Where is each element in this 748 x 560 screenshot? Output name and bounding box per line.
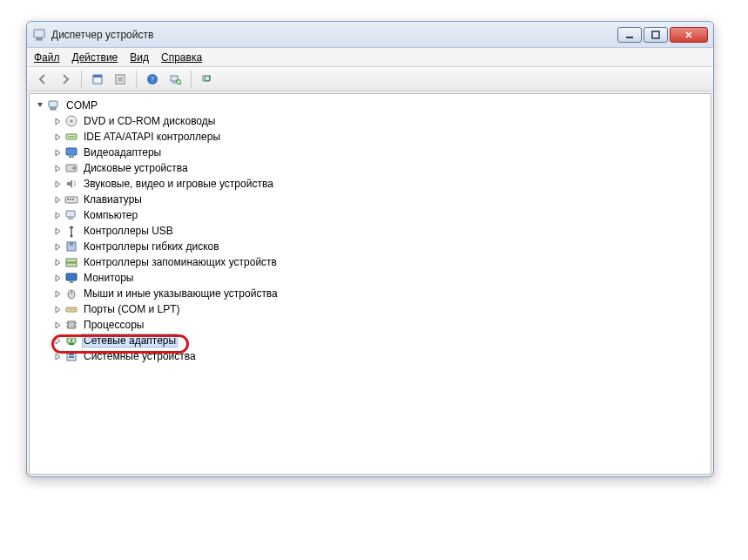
expand-icon[interactable] <box>52 241 63 252</box>
expand-icon[interactable] <box>52 194 63 205</box>
device-manager-window: Диспетчер устройств Файл Действие Вид Сп… <box>26 21 714 477</box>
tree-item-label: Контроллеры USB <box>82 225 175 237</box>
menu-help[interactable]: Справка <box>161 51 202 64</box>
svg-rect-5 <box>93 75 102 78</box>
toolbar: ? <box>27 67 713 91</box>
keyboard-icon <box>64 192 78 206</box>
system-icon <box>64 349 78 363</box>
svg-rect-30 <box>72 199 74 200</box>
update-driver-button[interactable] <box>197 70 218 89</box>
toolbar-separator <box>136 71 137 88</box>
tree-item[interactable]: Порты (COM и LPT) <box>51 301 709 317</box>
tree-item-label: Мониторы <box>82 272 135 284</box>
disc-icon <box>64 114 78 128</box>
tree-item[interactable]: Процессоры <box>51 317 709 333</box>
svg-point-45 <box>73 309 75 311</box>
usb-icon <box>64 224 78 238</box>
tree-item[interactable]: Мониторы <box>51 270 709 286</box>
svg-rect-29 <box>70 199 71 200</box>
tree-item-label: Порты (COM и LPT) <box>82 303 182 315</box>
expand-icon[interactable] <box>52 132 63 142</box>
tree-item-label: Звуковые, видео и игровые устройства <box>82 178 275 190</box>
svg-rect-55 <box>69 354 74 355</box>
tree-item[interactable]: Дисковые устройства <box>51 160 709 176</box>
tree-item[interactable]: DVD и CD-ROM дисководы <box>51 113 709 129</box>
maximize-button[interactable] <box>644 27 668 43</box>
close-button[interactable] <box>670 27 708 43</box>
mouse-icon <box>64 287 78 300</box>
expand-icon[interactable] <box>52 210 63 220</box>
tree-item[interactable]: Контроллеры гибких дисков <box>51 239 709 254</box>
svg-rect-18 <box>51 108 56 110</box>
expand-icon[interactable] <box>52 273 63 283</box>
expand-icon[interactable] <box>52 351 63 361</box>
show-hidden-button[interactable] <box>87 70 108 89</box>
back-button[interactable] <box>32 70 53 89</box>
tree-item-label: Системные устройства <box>82 350 198 362</box>
svg-rect-0 <box>34 30 44 37</box>
menu-file[interactable]: Файл <box>34 51 60 64</box>
svg-point-33 <box>71 235 73 238</box>
expand-icon[interactable] <box>52 335 63 346</box>
menu-view[interactable]: Вид <box>130 51 149 64</box>
tree-root[interactable]: COMP <box>33 98 709 113</box>
menubar: Файл Действие Вид Справка <box>27 48 713 67</box>
tree-item-label: Контроллеры запоминающих устройств <box>82 256 279 268</box>
tree-item[interactable]: Мыши и иные указывающие устройства <box>51 286 709 301</box>
svg-rect-28 <box>67 199 69 200</box>
window-title: Диспетчер устройств <box>51 29 153 41</box>
tree-item-label: Компьютер <box>82 209 139 221</box>
expand-icon[interactable] <box>52 226 63 236</box>
network-icon <box>64 334 78 347</box>
forward-button[interactable] <box>55 70 76 89</box>
expand-icon[interactable] <box>52 304 63 314</box>
tree-item-label: Мыши и иные указывающие устройства <box>82 287 280 300</box>
monitor-icon <box>64 271 78 285</box>
expand-icon[interactable] <box>52 257 63 267</box>
computer-icon <box>64 208 78 222</box>
expand-icon[interactable] <box>52 320 63 330</box>
tree-item[interactable]: IDE ATA/ATAPI контроллеры <box>51 129 709 145</box>
tree-item[interactable]: Системные устройства <box>51 348 709 364</box>
tree-item-label: Процессоры <box>82 319 146 331</box>
properties-button[interactable] <box>110 70 131 89</box>
toolbar-separator <box>81 71 82 88</box>
tree-item[interactable]: Звуковые, видео и игровые устройства <box>51 176 709 192</box>
svg-rect-23 <box>66 148 77 155</box>
tree-item-label: Видеоадаптеры <box>82 146 163 159</box>
expand-icon[interactable] <box>52 163 63 173</box>
tree-item[interactable]: Видеоадаптеры <box>51 145 709 160</box>
floppy-icon <box>64 240 78 253</box>
titlebar: Диспетчер устройств <box>27 22 713 48</box>
display-icon <box>64 145 78 159</box>
tree-item-label: DVD и CD-ROM дисководы <box>82 115 217 127</box>
tree-item-label: Контроллеры гибких дисков <box>82 240 221 253</box>
expand-icon[interactable] <box>52 179 63 189</box>
expand-icon[interactable] <box>52 147 63 158</box>
svg-rect-13 <box>172 82 176 84</box>
tree-item[interactable]: Контроллеры USB <box>51 223 709 239</box>
svg-point-26 <box>72 166 76 170</box>
svg-rect-24 <box>69 156 74 158</box>
scan-button[interactable] <box>165 70 185 89</box>
expand-icon[interactable] <box>52 288 63 299</box>
svg-rect-46 <box>68 321 75 328</box>
help-button[interactable]: ? <box>142 70 163 89</box>
svg-rect-2 <box>626 37 633 38</box>
tree-item[interactable]: Клавиатуры <box>51 192 709 207</box>
port-icon <box>64 302 78 316</box>
tree-item[interactable]: Контроллеры запоминающих устройств <box>51 254 709 270</box>
svg-rect-39 <box>70 281 73 283</box>
device-tree[interactable]: COMP DVD и CD-ROM дисководыIDE ATA/ATAPI… <box>29 93 711 475</box>
tree-item[interactable]: Сетевые адаптеры <box>51 333 709 348</box>
tree-item[interactable]: Компьютер <box>51 207 709 223</box>
expand-icon[interactable] <box>52 116 63 126</box>
tree-item-label: Клавиатуры <box>82 193 144 206</box>
svg-point-20 <box>71 120 73 123</box>
collapse-icon[interactable] <box>35 100 45 111</box>
svg-text:?: ? <box>151 75 154 84</box>
ide-icon <box>64 130 78 144</box>
svg-rect-56 <box>69 356 74 358</box>
menu-action[interactable]: Действие <box>72 51 118 64</box>
minimize-button[interactable] <box>617 27 642 43</box>
